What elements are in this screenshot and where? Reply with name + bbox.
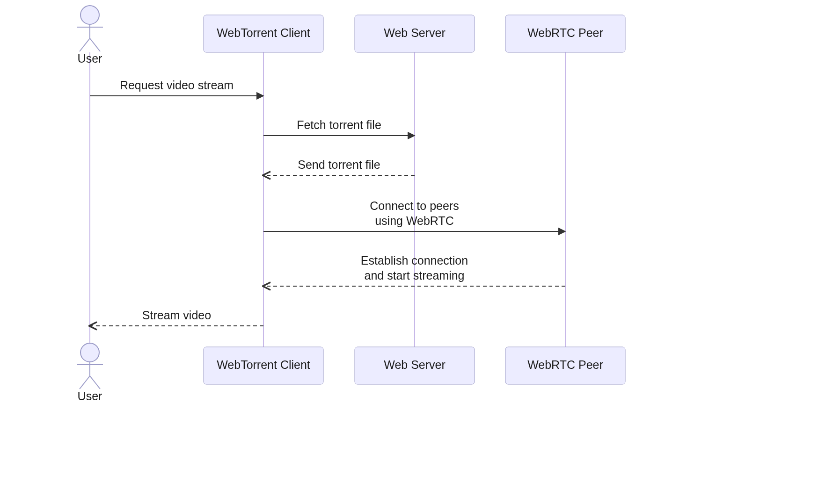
svg-line-4 — [90, 38, 100, 51]
actor-bottom-user — [77, 343, 103, 389]
svg-line-3 — [80, 38, 90, 51]
message-label-0: Request video stream — [120, 79, 234, 92]
participant-label-peer-top: WebRTC Peer — [527, 26, 603, 39]
participant-label-client-top: WebTorrent Client — [217, 26, 310, 39]
participant-label-peer-bottom: WebRTC Peer — [527, 358, 603, 371]
message-label-3-line1: using WebRTC — [375, 214, 454, 227]
actor-label-user-top: User — [78, 52, 102, 65]
svg-point-5 — [80, 343, 99, 362]
message-label-4-line0: Establish connection — [361, 254, 468, 267]
svg-line-8 — [80, 376, 90, 389]
message-label-3-line0: Connect to peers — [370, 199, 459, 212]
participant-label-server-bottom: Web Server — [384, 358, 446, 371]
sequence-diagram: UserUserWebTorrent ClientWebTorrent Clie… — [0, 0, 833, 504]
svg-point-0 — [80, 6, 99, 24]
message-label-5: Stream video — [142, 309, 211, 322]
actor-top-user — [77, 6, 103, 51]
message-label-2: Send torrent file — [298, 158, 380, 171]
participant-label-server-top: Web Server — [384, 26, 446, 39]
message-label-1: Fetch torrent file — [297, 118, 381, 131]
actor-label-user-bottom: User — [78, 389, 102, 403]
svg-line-9 — [90, 376, 100, 389]
participant-label-client-bottom: WebTorrent Client — [217, 358, 310, 371]
message-label-4-line1: and start streaming — [365, 269, 465, 282]
